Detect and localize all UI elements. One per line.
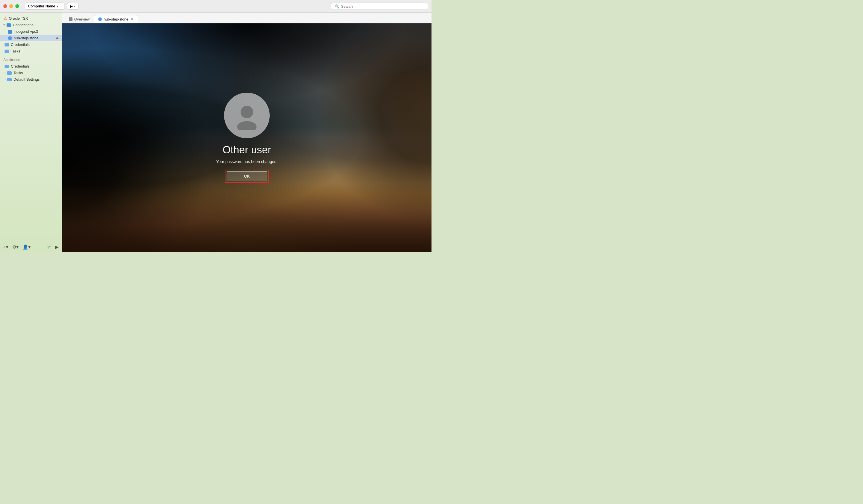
tab-hub-step-stone[interactable]: hub-step-stone ✕ (94, 15, 138, 23)
settings-button[interactable]: ⚙▾ (11, 244, 20, 250)
sidebar-item-credentials[interactable]: Credentials (0, 41, 62, 48)
default-settings-label: Default Settings (13, 77, 40, 81)
sidebar-item-default-settings[interactable]: › Default Settings (0, 76, 62, 83)
win-username: Other user (223, 144, 271, 156)
eject-icon: ⏏ (55, 36, 59, 40)
tab-close-button[interactable]: ✕ (130, 17, 134, 21)
sidebar-item-label-vps3: ihoogend-vps3 (14, 29, 38, 34)
sidebar-tasks-label: Tasks (11, 49, 20, 53)
bookmark-button[interactable]: ☆ (46, 244, 52, 250)
play-action-button[interactable]: ▶ (54, 244, 60, 250)
close-button[interactable] (3, 4, 7, 8)
app-credentials-label: Credentials (11, 64, 30, 68)
win-login-ui: Other user Your password has been change… (62, 23, 432, 252)
remote-desktop-view: Other user Your password has been change… (62, 23, 432, 252)
application-section-header: Application (0, 54, 62, 63)
sidebar-bottom-toolbar: +▾ ⚙▾ 👤▾ ☆ ▶ (0, 242, 62, 252)
play-icon: ▶ (70, 4, 73, 8)
main-content: Overview hub-step-stone ✕ (62, 13, 432, 252)
default-settings-folder-icon (7, 78, 12, 81)
tab-overview[interactable]: Overview (64, 15, 94, 23)
maximize-button[interactable] (15, 4, 19, 8)
minimize-button[interactable] (10, 4, 13, 8)
app-body: ⚠ Oracle TSX ▾ Connections ihoogend-vps3… (0, 13, 432, 252)
computer-name-dropdown[interactable]: Computer Name ▾ (25, 2, 65, 10)
win-message: Your password has been changed. (216, 159, 277, 164)
sidebar-item-hub-step-stone[interactable]: hub-step-stone ⏏ (0, 35, 62, 41)
sidebar-connections-group[interactable]: ▾ Connections (0, 22, 62, 28)
svg-point-0 (240, 106, 253, 118)
sidebar-credentials-label: Credentials (11, 42, 30, 47)
connections-folder-icon (7, 23, 11, 27)
user-avatar-svg (233, 101, 261, 130)
sidebar-item-tasks[interactable]: Tasks (0, 48, 62, 54)
tab-overview-label: Overview (74, 17, 90, 21)
traffic-lights (3, 4, 19, 8)
play-dropdown-button[interactable]: ▶ ▾ (67, 3, 78, 10)
hub-server-icon (98, 17, 102, 21)
search-input[interactable] (341, 4, 424, 8)
connections-label: Connections (13, 23, 34, 27)
sidebar-app-header: ⚠ Oracle TSX (0, 15, 62, 22)
sidebar-item-app-tasks[interactable]: › Tasks (0, 69, 62, 76)
chevron-down-icon: ▾ (3, 23, 5, 26)
tab-hub-label: hub-step-stone (103, 17, 128, 21)
server-icon (8, 30, 12, 34)
svg-point-1 (237, 121, 257, 130)
server-active-icon (8, 36, 12, 40)
user-avatar (224, 93, 270, 138)
sidebar-item-app-credentials[interactable]: Credentials (0, 63, 62, 69)
add-button[interactable]: +▾ (2, 244, 10, 250)
win-login-bg: Other user Your password has been change… (62, 23, 432, 252)
overview-grid-icon (69, 17, 73, 21)
credentials-folder-icon (4, 43, 9, 47)
tasks-folder-icon (4, 50, 9, 53)
computer-name-label: Computer Name (28, 4, 55, 8)
sidebar-item-ihoogend-vps3[interactable]: ihoogend-vps3 (0, 28, 62, 35)
ok-button[interactable]: OK (227, 171, 267, 181)
app-credentials-folder-icon (4, 65, 9, 68)
sidebar-item-label-hub: hub-step-stone (14, 36, 38, 40)
app-tasks-label: Tasks (13, 71, 23, 75)
sidebar: ⚠ Oracle TSX ▾ Connections ihoogend-vps3… (0, 13, 62, 252)
tab-bar: Overview hub-step-stone ✕ (62, 13, 432, 23)
search-bar[interactable]: 🔍 (331, 2, 428, 10)
sidebar-content: ⚠ Oracle TSX ▾ Connections ihoogend-vps3… (0, 13, 62, 242)
profile-button[interactable]: 👤▾ (21, 244, 32, 250)
chevron-down-icon: ▾ (57, 4, 58, 8)
search-icon: 🔍 (335, 4, 339, 8)
sidebar-app-name: Oracle TSX (9, 16, 28, 21)
warning-icon: ⚠ (3, 16, 7, 21)
play-chevron-icon: ▾ (74, 4, 75, 8)
title-bar: Computer Name ▾ ▶ ▾ 🔍 (0, 0, 432, 13)
chevron-right-icon2: › (4, 78, 5, 81)
ok-button-highlight: OK (225, 170, 269, 183)
app-tasks-folder-icon (7, 71, 12, 75)
chevron-right-icon: › (4, 71, 5, 74)
